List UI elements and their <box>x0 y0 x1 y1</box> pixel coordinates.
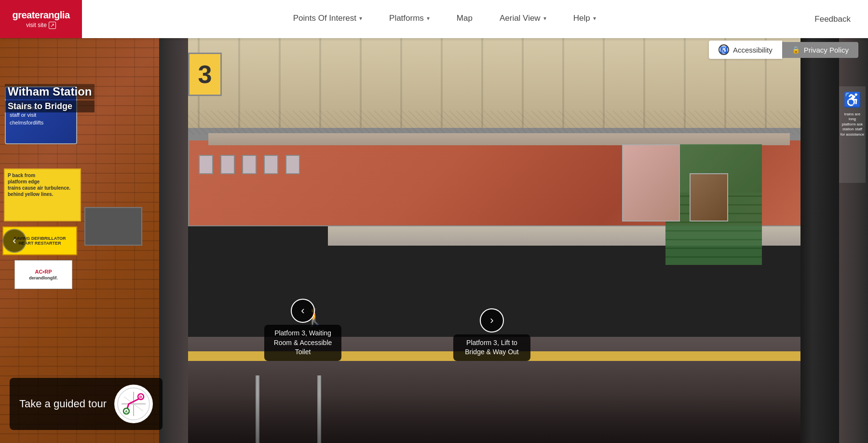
guided-tour-label: Take a guided tour <box>19 398 107 410</box>
nav-item-map[interactable]: Map <box>455 0 475 38</box>
rail-left <box>256 375 259 443</box>
nav-item-aerial-view[interactable]: Aerial View ▾ <box>498 0 548 38</box>
guided-tour-button[interactable]: Take a guided tour A B <box>10 378 163 430</box>
opposite-platform-poster <box>690 173 728 222</box>
svg-text:B: B <box>139 395 142 399</box>
left-arrow-icon: ‹ <box>13 235 16 247</box>
nav-item-help[interactable]: Help ▾ <box>571 0 598 38</box>
nav-label-points-of-interest: Points Of Interest <box>293 14 356 23</box>
tour-map-icon: A B <box>114 385 153 423</box>
opposite-window-5 <box>285 155 300 174</box>
tour-map-svg: A B <box>117 387 150 421</box>
rail-right <box>317 375 321 443</box>
privacy-policy-button[interactable]: 🔒 Privacy Policy <box>782 42 858 58</box>
nav-label-help: Help <box>573 14 590 23</box>
yellow-warning-sign: P back fromplatform edgetrains cause air… <box>4 168 81 222</box>
left-nav-arrow[interactable]: ‹ <box>2 229 27 253</box>
header-right: Feedback <box>807 11 868 28</box>
main-panorama: 3 <box>0 38 868 443</box>
logo-sub[interactable]: visit site ↗ <box>26 22 56 29</box>
station-name: Witham Station <box>5 84 95 99</box>
sublocation-name: Stairs to Bridge <box>5 100 95 112</box>
accessibility-sign-text: trains arelongplatform askstation stafff… <box>841 112 864 137</box>
opposite-window-2 <box>220 155 235 174</box>
hotspot-left-label: Platform 3, Waiting Room & Accessible To… <box>264 325 341 361</box>
opposite-window-3 <box>242 155 257 174</box>
main-nav: Points Of Interest ▾ Platforms ▾ Map Aer… <box>82 0 807 38</box>
logo-visit-text: visit site <box>26 22 47 28</box>
arch-left-pillar <box>159 38 188 443</box>
acorp-text: AC•RPderandlonglif. <box>29 269 58 280</box>
chevron-down-icon-platforms: ▾ <box>427 15 430 22</box>
chevron-down-icon-poi: ▾ <box>359 15 362 22</box>
gray-screen-box <box>84 207 142 246</box>
opposite-window-4 <box>264 155 278 174</box>
dark-right-pillar <box>800 38 839 443</box>
hotspot-right-label: Platform 3, Lift to Bridge & Way Out <box>453 334 530 361</box>
nav-label-map: Map <box>457 14 473 23</box>
yellow-sign-text: P back fromplatform edgetrains cause air… <box>8 172 77 197</box>
lock-icon: 🔒 <box>792 46 800 54</box>
hotspot-left-circle: ‹ <box>291 299 315 323</box>
hotspot-right[interactable]: › Platform 3, Lift to Bridge & Way Out <box>453 308 530 361</box>
nav-label-platforms: Platforms <box>389 14 424 23</box>
track-rails <box>256 375 704 443</box>
accessibility-icon: ♿ <box>719 44 729 55</box>
wheelchair-icon: ♿ <box>843 91 861 108</box>
nav-item-points-of-interest[interactable]: Points Of Interest ▾ <box>291 0 364 38</box>
chevron-down-icon-help: ▾ <box>593 15 596 22</box>
location-title: Witham Station Stairs to Bridge <box>5 84 95 112</box>
accessibility-label: Accessibility <box>733 46 773 54</box>
sub-header: ♿ Accessibility 🔒 Privacy Policy <box>0 38 868 61</box>
feedback-button[interactable]: Feedback <box>807 11 858 28</box>
hotspot-right-circle: › <box>480 308 504 332</box>
privacy-label: Privacy Policy <box>804 46 849 54</box>
header: greateranglia visit site ↗ Points Of Int… <box>0 0 868 38</box>
acorp-sign: AC•RPderandlonglif. <box>14 260 72 289</box>
opposite-roof <box>208 133 790 145</box>
hotspot-left-arrow-icon: ‹ <box>301 305 304 317</box>
svg-text:A: A <box>125 409 128 414</box>
external-link-icon: ↗ <box>49 22 56 29</box>
hotspot-right-arrow-icon: › <box>490 314 493 327</box>
pink-building <box>622 144 680 222</box>
nav-item-platforms[interactable]: Platforms ▾ <box>387 0 432 38</box>
nav-label-aerial-view: Aerial View <box>500 14 541 23</box>
canopy-detail <box>159 111 800 135</box>
logo-area[interactable]: greateranglia visit site ↗ <box>0 0 82 38</box>
opposite-window-1 <box>199 155 213 174</box>
accessibility-button[interactable]: ♿ Accessibility <box>709 41 782 59</box>
hotspot-left[interactable]: ‹ Platform 3, Waiting Room & Accessible … <box>264 299 341 361</box>
platform-accessibility-sign: ♿ trains arelongplatform askstation staf… <box>839 86 866 183</box>
logo-text: greateranglia <box>12 10 69 21</box>
chevron-down-icon-aerial: ▾ <box>543 15 546 22</box>
